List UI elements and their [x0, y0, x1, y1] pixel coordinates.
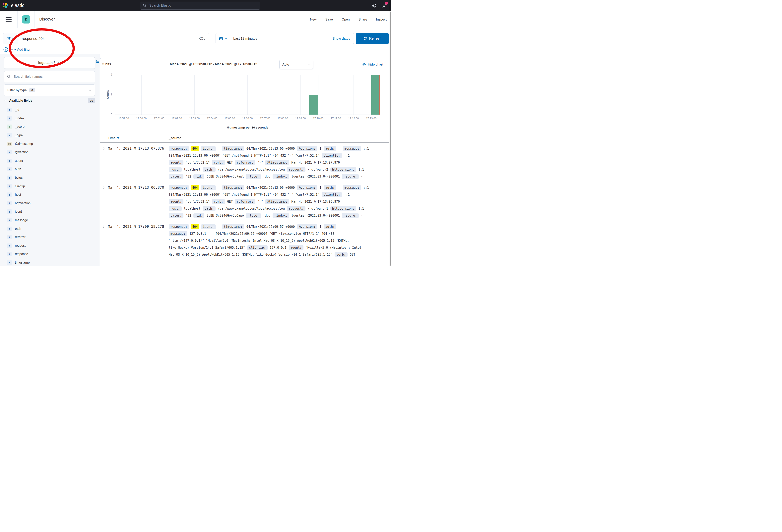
- scrollbar-thumb[interactable]: [390, 11, 391, 266]
- field-value: 04/Mar/2021:22:13:06 +0000: [246, 147, 295, 150]
- field-name: request: [15, 244, 26, 248]
- field-type-string-icon: t: [7, 210, 12, 214]
- time-column-label: Time: [108, 136, 115, 140]
- field-name-pill: _score:: [342, 213, 358, 218]
- field-item[interactable]: trequest: [4, 241, 95, 250]
- field-item[interactable]: #_score: [4, 122, 95, 131]
- x-tick-label: 17:01:00: [151, 117, 168, 120]
- field-item[interactable]: tresponse: [4, 250, 95, 258]
- histogram-bar[interactable]: [309, 94, 318, 115]
- share-button[interactable]: Share: [358, 17, 367, 21]
- time-range-value[interactable]: Last 15 minutes: [230, 37, 332, 41]
- filter-icon[interactable]: [3, 47, 8, 52]
- field-search-input[interactable]: [13, 75, 92, 79]
- field-value: /var/www/example.com/logs/access.log: [218, 168, 285, 172]
- field-name: _id: [15, 108, 19, 112]
- field-name-pill: bytes:: [169, 174, 183, 179]
- field-type-string-icon: t: [7, 150, 12, 154]
- hide-chart-link[interactable]: Hide chart: [362, 62, 383, 67]
- field-name-pill: auth:: [324, 185, 336, 190]
- field-item[interactable]: tagent: [4, 157, 95, 165]
- field-value: "-": [257, 161, 263, 164]
- field-value: 04/Mar/2021:22:09:57 +0000: [246, 225, 295, 229]
- global-search-input[interactable]: [149, 3, 257, 8]
- x-tick-label: 17:04:00: [204, 117, 220, 120]
- new-button[interactable]: New: [310, 17, 317, 21]
- field-item[interactable]: tident: [4, 207, 95, 216]
- field-item[interactable]: thost: [4, 190, 95, 199]
- field-item[interactable]: t_id: [4, 106, 95, 114]
- filter-dash: [10, 49, 12, 50]
- field-value: ::1: [344, 154, 350, 157]
- field-value: -: [361, 214, 363, 217]
- field-value: "-": [257, 200, 263, 203]
- field-value: -: [339, 225, 340, 229]
- open-button[interactable]: Open: [342, 17, 350, 21]
- gridline-horizontal: [115, 94, 380, 95]
- expand-toggle-icon[interactable]: [102, 225, 105, 228]
- inspect-button[interactable]: Inspect: [376, 17, 387, 21]
- field-item[interactable]: tauth: [4, 165, 95, 174]
- field-name: response: [15, 252, 28, 256]
- field-name-pill: host:: [169, 167, 182, 172]
- time-column-header[interactable]: Time: [108, 136, 119, 140]
- field-name-pill: timestamp:: [222, 224, 244, 229]
- calendar-menu-button[interactable]: [216, 33, 230, 44]
- filter-by-type-dropdown[interactable]: Filter by type 0: [4, 84, 95, 96]
- documents-table: Time _source Mar 4, 2021 @ 17:13:07.876r…: [100, 134, 389, 266]
- field-item[interactable]: t_type: [4, 131, 95, 140]
- saved-query-menu-button[interactable]: [3, 33, 19, 44]
- refresh-button[interactable]: Refresh: [356, 33, 389, 44]
- available-fields-header[interactable]: Available fields 20: [4, 98, 95, 103]
- field-item[interactable]: @timestamp: [4, 140, 95, 148]
- help-icon[interactable]: [372, 3, 377, 8]
- field-type-date-icon: [7, 142, 12, 146]
- field-item[interactable]: t@version: [4, 148, 95, 157]
- index-pattern-selector[interactable]: logstash-*: [4, 57, 95, 69]
- chevron-down-icon: [88, 88, 92, 92]
- field-value: Mar 4, 2021 @ 17:13:06.870: [291, 200, 340, 203]
- field-item[interactable]: t_index: [4, 114, 95, 123]
- expand-toggle-icon[interactable]: [102, 147, 105, 150]
- field-item[interactable]: tmessage: [4, 216, 95, 225]
- chevron-down-icon: [12, 37, 15, 40]
- interval-select[interactable]: Auto: [279, 60, 313, 69]
- expand-toggle-icon[interactable]: [102, 186, 105, 189]
- doc-timestamp: Mar 4, 2021 @ 17:09:58.278: [108, 224, 164, 229]
- refresh-icon: [363, 37, 367, 40]
- collapse-sidebar-icon[interactable]: [95, 59, 99, 63]
- field-item[interactable]: treferrer: [4, 233, 95, 241]
- x-tick-label: 16:59:00: [115, 117, 132, 120]
- global-search-box[interactable]: [140, 2, 260, 9]
- field-item[interactable]: tbytes: [4, 174, 95, 182]
- field-value: 1: [319, 186, 321, 189]
- field-value: 04/Mar/2021:22:13:06 +0000: [246, 186, 295, 189]
- field-item[interactable]: tpath: [4, 224, 95, 233]
- elastic-logo[interactable]: elastic: [3, 0, 24, 11]
- whats-new-icon[interactable]: [382, 3, 387, 8]
- field-value: "curl/7.52.1": [186, 200, 210, 203]
- x-axis-labels: 16:59:0017:00:0017:01:0017:02:0017:03:00…: [115, 117, 380, 121]
- show-dates-link[interactable]: Show dates: [332, 37, 354, 41]
- field-item[interactable]: thttpversion: [4, 199, 95, 207]
- menu-icon[interactable]: [6, 17, 11, 22]
- query-input[interactable]: [19, 36, 195, 41]
- add-filter-button[interactable]: + Add filter: [14, 48, 31, 51]
- x-tick-label: 17:13:00: [363, 117, 380, 120]
- query-language-button[interactable]: KQL: [195, 37, 209, 41]
- add-filter-row: + Add filter: [3, 47, 31, 52]
- field-value: ::1 - -: [363, 186, 376, 189]
- field-value: 1.1: [358, 168, 364, 172]
- discover-app-badge[interactable]: D: [22, 15, 30, 24]
- histogram-bar[interactable]: [371, 75, 380, 115]
- interval-value: Auto: [282, 63, 289, 66]
- field-name-pill: referrer:: [235, 160, 255, 165]
- notification-badge: [385, 2, 388, 5]
- field-value: -: [218, 147, 220, 150]
- field-item[interactable]: ttimestamp: [4, 258, 95, 266]
- field-type-string-icon: t: [7, 218, 12, 222]
- x-tick-label: 17:05:00: [221, 117, 238, 120]
- field-item[interactable]: tclientip: [4, 182, 95, 190]
- save-button[interactable]: Save: [325, 17, 333, 21]
- field-name-pill: timestamp:: [222, 146, 244, 151]
